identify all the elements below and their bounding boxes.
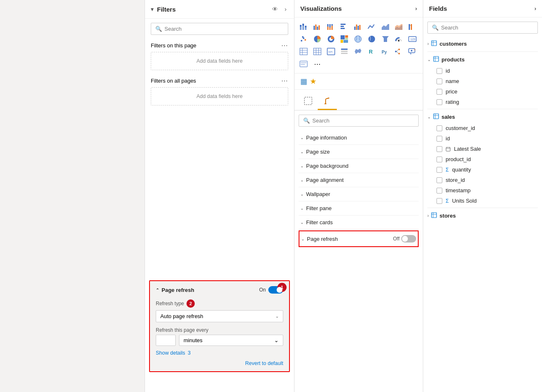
stores-table-icon [431,212,437,219]
matrix-icon[interactable] [311,46,323,57]
fields-search-input[interactable] [441,24,533,31]
field-sales-store_id[interactable]: store_id [427,175,538,185]
filters-eye-icon[interactable]: 👁 [270,5,280,13]
python-icon[interactable]: Py [380,46,391,57]
slicer-icon[interactable] [338,46,350,57]
viz-chevron-right-icon[interactable]: › [415,5,417,12]
viz-search-input[interactable] [312,118,414,124]
table-products-header[interactable]: ⌄ products [427,54,538,66]
line-chart-icon[interactable] [366,21,378,32]
field-products-rating-checkbox[interactable] [437,99,442,105]
viz-search-box[interactable]: 🔍 [299,115,419,127]
refresh-number-input[interactable]: 30 [156,335,176,346]
donut-chart-icon[interactable] [325,33,337,45]
viz-section-filter-pane[interactable]: ⌄ Filter pane [299,201,419,216]
field-sales-quantity-checkbox[interactable] [437,167,442,173]
build-visual-icon[interactable]: ▦ [300,77,307,86]
filters-on-page-more-icon[interactable]: ⋯ [281,42,288,49]
kpi-icon[interactable]: KPI [325,46,337,57]
clustered-bar-chart-icon[interactable] [311,21,323,32]
card-icon[interactable]: 123 [407,33,418,45]
field-sales-product_id[interactable]: product_id [427,154,538,164]
pie-chart-icon[interactable] [311,33,323,45]
stacked-bar-chart-icon[interactable] [298,21,309,32]
treemap-icon[interactable] [338,33,350,45]
table-sales-header[interactable]: ⌄ sales [427,111,538,123]
more-visuals-icon[interactable]: ⋯ [311,58,323,70]
ribbon-chart-icon[interactable] [407,21,418,32]
viz-section-page-background[interactable]: ⌄ Page background [299,159,419,173]
filters-chevron-right-icon[interactable]: › [283,5,288,13]
filled-map-icon[interactable] [366,33,378,45]
clustered-column-icon[interactable] [352,21,364,32]
viz-section-page-information[interactable]: ⌄ Page information [299,131,419,145]
field-sales-latest-sale-checkbox[interactable] [437,146,442,152]
page-refresh-title: ⌃ Page refresh [156,287,194,293]
page-refresh-toggle[interactable]: 1 [268,286,283,294]
filters-all-pages-more-icon[interactable]: ⋯ [281,77,288,85]
fields-chevron-right-icon[interactable]: › [535,5,536,12]
field-products-name[interactable]: name [427,76,538,86]
field-sales-id-checkbox[interactable] [437,136,442,142]
filters-search-box[interactable]: 🔍 [151,23,288,35]
field-sales-timestamp-checkbox[interactable] [437,188,442,194]
svg-rect-3 [302,26,304,30]
area-chart-icon[interactable] [380,21,391,32]
field-sales-customer_id-checkbox[interactable] [437,125,442,131]
favorite-icon[interactable]: ★ [310,77,316,86]
svg-rect-58 [341,51,348,52]
viz-section-page-refresh[interactable]: ⌄ Page refresh Off [299,230,419,247]
fields-search-box[interactable]: 🔍 [427,22,538,34]
funnel-chart-icon[interactable] [380,33,391,45]
show-details-link[interactable]: Show details 3 [156,350,283,356]
field-sales-latest-sale[interactable]: Latest Sale [427,144,538,154]
qa-icon[interactable]: ? [407,46,418,57]
field-sales-product_id-checkbox[interactable] [437,157,442,162]
field-products-price[interactable]: price [427,86,538,97]
refresh-type-dropdown[interactable]: Auto page refresh ⌄ [156,310,283,322]
field-products-id[interactable]: id [427,66,538,76]
field-sales-units-sold[interactable]: Σ Units Sold [427,196,538,206]
revert-to-default-link[interactable]: Revert to default [245,360,283,366]
refresh-unit-dropdown[interactable]: minutes ⌄ [179,335,283,346]
field-sales-timestamp[interactable]: timestamp [427,185,538,196]
filters-on-page-drop-zone[interactable]: Add data fields here [151,52,288,70]
viz-section-wallpaper[interactable]: ⌄ Wallpaper [299,187,419,201]
viz-section-filter-cards[interactable]: ⌄ Filter cards [299,216,419,230]
viz-section-page-alignment[interactable]: ⌄ Page alignment [299,173,419,187]
table-stores-header[interactable]: › stores [427,210,538,222]
field-sales-customer_id[interactable]: customer_id [427,123,538,133]
field-products-id-checkbox[interactable] [437,68,442,74]
svg-point-68 [411,50,412,51]
field-sales-quantity[interactable]: Σ quantity [427,164,538,175]
decomp-tree-icon[interactable] [393,46,405,57]
viz-section-page-size[interactable]: ⌄ Page size [299,145,419,159]
shape-map-icon[interactable] [352,46,364,57]
horizontal-bar-icon[interactable] [338,21,350,32]
filters-all-pages-drop-zone[interactable]: Add data fields here [151,87,288,105]
table-customers-header[interactable]: › ​ customers [427,38,538,50]
stacked-area-icon[interactable] [393,21,405,32]
revert-to-default-row: Revert to default [156,360,283,366]
r-script-icon[interactable]: R [366,46,378,57]
page-refresh-chevron-icon[interactable]: ⌃ [156,288,159,292]
gauge-icon[interactable] [393,33,405,45]
filters-search-input[interactable] [164,26,284,32]
field-products-rating[interactable]: rating [427,97,538,107]
field-sales-store_id-checkbox[interactable] [437,177,442,183]
viz-page-refresh-toggle-group: Off [393,235,416,243]
field-sales-id[interactable]: id [427,133,538,144]
svg-point-62 [395,51,397,52]
field-sales-units-sold-checkbox[interactable] [437,198,442,204]
table-icon[interactable] [298,46,309,57]
map-icon[interactable] [352,33,364,45]
field-products-price-checkbox[interactable] [437,89,442,95]
viz-custom-row: ▦ ★ [294,74,423,90]
smart-narrative-icon[interactable] [298,58,309,70]
viz-tab-build[interactable] [299,93,318,110]
viz-page-refresh-toggle[interactable] [401,235,416,243]
scatter-chart-icon[interactable] [298,33,309,45]
stacked-bar-100-icon[interactable] [325,21,337,32]
viz-tab-format[interactable] [318,93,337,110]
field-products-name-checkbox[interactable] [437,78,442,84]
